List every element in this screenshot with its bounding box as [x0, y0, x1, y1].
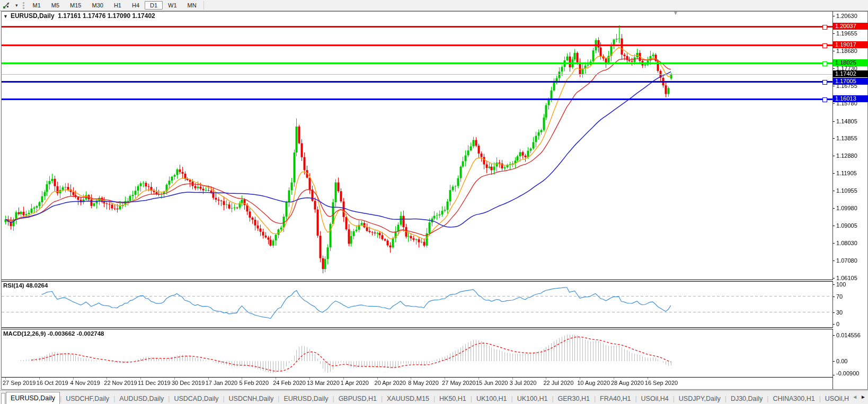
date-axis-label: 11 Dec 2019 [138, 380, 171, 386]
ohlc-values: 1.17161 1.17476 1.17090 1.17402 [58, 12, 155, 20]
price-tick: 1.19655 [836, 30, 857, 37]
date-axis-border [2, 377, 833, 378]
rsi-tick: 0 [836, 321, 839, 327]
chart-tab-dj30-daily[interactable]: DJ30,Daily [727, 393, 767, 404]
timeframe-button-m15[interactable]: M15 [65, 1, 86, 10]
toolbar-grip[interactable] [23, 2, 24, 9]
date-axis-label: 28 Aug 2020 [611, 380, 644, 386]
support-resistance-line[interactable] [2, 81, 832, 83]
line-handle[interactable] [822, 25, 827, 30]
top-toolbar: ▾ M1M5M15M30H1H4D1W1MN [0, 0, 868, 11]
chart-cursor-icon[interactable] [0, 1, 13, 10]
price-tick: 1.09980 [836, 205, 857, 211]
date-axis-label: 24 Feb 2020 [273, 380, 306, 386]
chart-tab-eurusd-daily[interactable]: EURUSD,Daily [6, 392, 60, 404]
chart-tab-hk50-h1[interactable]: HK50,H1 [435, 393, 471, 404]
line-handle[interactable] [822, 61, 827, 66]
timeframe-button-h1[interactable]: H1 [109, 1, 127, 10]
chart-tab-usoil-h4[interactable]: USOil,H4 [637, 393, 673, 404]
timeframe-button-mn[interactable]: MN [182, 1, 202, 10]
bid-price-line [2, 74, 832, 75]
chart-tab-usoil-h[interactable]: USOil,H [821, 393, 853, 404]
date-axis-label: 27 Sep 2019 [3, 380, 36, 386]
support-resistance-line[interactable] [2, 44, 832, 46]
chart-tab-uk100-h1[interactable]: UK100,H1 [513, 393, 552, 404]
date-axis-label: 16 Oct 2019 [37, 380, 68, 386]
toolbar-separator [203, 1, 204, 10]
chart-tab-fra40-h1[interactable]: FRA40,H1 [596, 393, 635, 404]
rsi-label: RSI(14) 48.0264 [3, 282, 48, 289]
current-price-badge: 1.17402 [833, 70, 868, 77]
date-axis-label: 4 Nov 2019 [70, 380, 100, 386]
price-tick: 1.09005 [836, 222, 857, 229]
price-tick: 1.10955 [836, 187, 857, 194]
price-tick: 1.20630 [836, 13, 857, 19]
price-line-badge: 1.17005 [833, 78, 868, 85]
date-axis-label: 17 Jan 2020 [206, 380, 238, 386]
chart-tab-usdjpy-daily[interactable]: USDJPY,Daily [675, 393, 725, 404]
chart-tab-china300-h1[interactable]: CHINA300,H1 [768, 393, 819, 404]
chart-cursor-icon-glyph [2, 1, 11, 10]
line-handle[interactable] [822, 80, 827, 85]
symbol-name: EURUSD,Daily [11, 12, 55, 20]
price-tick: 1.07080 [836, 257, 857, 264]
line-handle[interactable] [822, 97, 827, 102]
date-axis-label: 3 Jul 2020 [510, 380, 537, 386]
chart-tab-audusd-daily[interactable]: AUDUSD,Daily [115, 393, 168, 404]
timeframe-group: M1M5M15M30H1H4D1W1MN [28, 1, 202, 10]
price-line-badge: 1.20037 [833, 23, 868, 30]
support-resistance-line[interactable] [2, 62, 832, 64]
rsi-tick: 70 [836, 293, 843, 300]
chart-tab-usdcnh-daily[interactable]: USDCNH,Daily [225, 393, 278, 404]
timeframe-button-h4[interactable]: H4 [127, 1, 145, 10]
date-axis-label: 15 Jun 2020 [476, 380, 508, 386]
chart-title: ▼EURUSD,Daily 1.17161 1.17476 1.17090 1.… [3, 12, 155, 20]
date-axis-label: 27 May 2020 [442, 380, 476, 386]
price-tick: 1.18680 [836, 48, 857, 54]
macd-tick: 0.00 [836, 358, 847, 364]
timeframe-button-w1[interactable]: W1 [163, 1, 182, 10]
timeframe-button-m5[interactable]: M5 [46, 1, 65, 10]
date-axis-label: 8 May 2020 [408, 380, 438, 386]
price-chart-canvas[interactable] [0, 0, 868, 404]
tab-scroll-left-icon[interactable]: ◄ [852, 393, 857, 401]
chart-tab-usdchf-daily[interactable]: USDCHF,Daily [61, 393, 113, 404]
date-axis-label: 16 Sep 2020 [645, 380, 678, 386]
macd-tick: -0.00900 [836, 370, 859, 376]
symbol-dropdown-icon[interactable]: ▼ [3, 14, 8, 19]
chart-tab-xauusd-m15[interactable]: XAUUSD,M15 [383, 393, 433, 404]
macd-label: MACD(12,26,9) -0.003662 -0.002748 [3, 330, 104, 337]
support-resistance-line[interactable] [2, 26, 832, 28]
main-rsi-splitter[interactable] [2, 280, 833, 282]
price-axis-border [832, 11, 833, 389]
chart-tab-eurusd-daily[interactable]: EURUSD,Daily [279, 393, 332, 404]
price-tick: 1.11905 [836, 170, 857, 176]
date-axis-label: 22 Nov 2019 [104, 380, 137, 386]
support-resistance-line[interactable] [2, 98, 832, 100]
chart-tab-usdcad-daily[interactable]: USDCAD,Daily [170, 393, 223, 404]
chart-tab-gbpusd-h1[interactable]: GBPUSD,H1 [334, 393, 381, 404]
date-axis-label: 22 Jul 2020 [543, 380, 573, 386]
timeframe-button-m30[interactable]: M30 [87, 1, 109, 10]
chart-mode-dropdown-icon[interactable]: ▾ [13, 1, 21, 10]
collapsed-tab-sliver[interactable] [1, 393, 5, 404]
tab-scroll-arrows: ◄ ► [851, 393, 867, 401]
chart-tab-bar: EURUSD,Daily|USDCHF,Daily|AUDUSD,Daily|U… [0, 390, 868, 404]
price-line-badge: 1.19017 [833, 41, 868, 48]
rsi-tick: 100 [836, 281, 846, 288]
timeframe-button-m1[interactable]: M1 [28, 1, 46, 10]
date-axis-label: 10 Aug 2020 [577, 380, 610, 386]
date-axis-label: 30 Dec 2019 [172, 380, 205, 386]
timeframe-button-d1[interactable]: D1 [145, 1, 163, 10]
line-handle[interactable] [822, 43, 827, 48]
chart-tab-uk100-h1[interactable]: UK100,H1 [472, 393, 511, 404]
rsi-macd-splitter[interactable] [2, 327, 833, 329]
mt4-terminal: { "toolbar": { "chart_mode_icon": "chart… [0, 0, 868, 404]
macd-tick: 0.014556 [836, 332, 861, 338]
date-axis-label: 1 Apr 2020 [341, 380, 369, 386]
date-axis-label: 20 Apr 2020 [375, 380, 406, 386]
rsi-tick: 30 [836, 309, 843, 316]
price-tick: 1.08030 [836, 240, 857, 246]
tab-scroll-right-icon[interactable]: ► [861, 393, 866, 401]
chart-tab-ger30-h1[interactable]: GER30,H1 [554, 393, 594, 404]
